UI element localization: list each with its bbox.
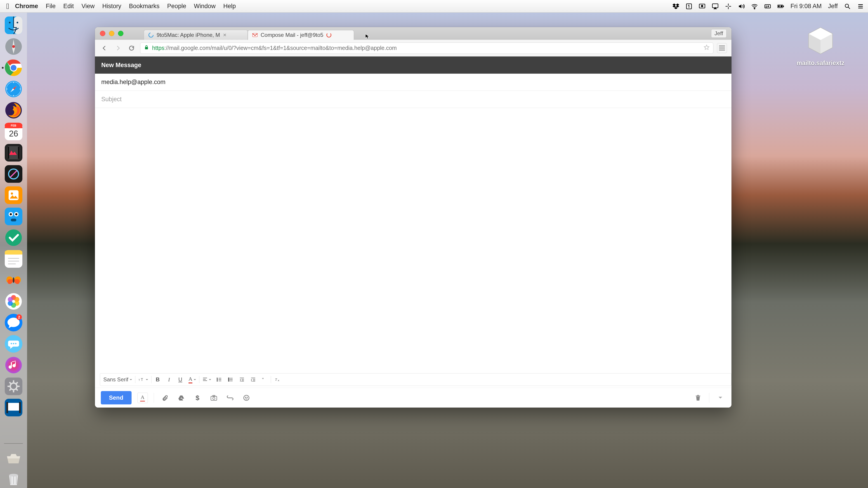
battery-icon[interactable]	[777, 3, 784, 10]
svg-point-69	[9, 474, 18, 477]
spotlight-icon[interactable]	[844, 3, 851, 10]
desktop-file-label: mailto.safariextz	[797, 60, 844, 67]
window-zoom-button[interactable]	[118, 31, 123, 36]
dock-messages2[interactable]	[4, 334, 23, 353]
address-bar[interactable]: https://mail.google.com/mail/u/0/?view=c…	[140, 42, 713, 54]
tab-9to5mac[interactable]: 9to5Mac: Apple iPhone, M ✕	[144, 30, 248, 40]
dock-napkin[interactable]	[4, 186, 23, 205]
screen-record-icon[interactable]	[699, 3, 706, 10]
bold-button[interactable]: B	[155, 376, 161, 384]
svg-point-42	[5, 229, 22, 246]
loading-stop-icon[interactable]	[326, 32, 332, 38]
dock-itunes[interactable]	[4, 356, 23, 375]
desktop-file-safariextz[interactable]: mailto.safariextz	[786, 25, 855, 67]
chrome-toolbar: https://mail.google.com/mail/u/0/?view=c…	[95, 40, 732, 57]
menu-file[interactable]: File	[46, 3, 56, 10]
dock-final-cut[interactable]	[4, 143, 23, 162]
reload-button[interactable]	[127, 43, 136, 53]
discard-draft-button[interactable]	[693, 393, 703, 403]
back-button[interactable]	[99, 43, 110, 53]
insert-money-button[interactable]: $	[192, 393, 203, 403]
menu-view[interactable]: View	[81, 3, 94, 10]
svg-rect-67	[6, 402, 8, 413]
airplay-icon[interactable]	[712, 3, 719, 10]
format-toolbar: Sans Serif TT B I U A	[100, 373, 732, 386]
svg-point-70	[149, 33, 153, 37]
compose-body[interactable]	[95, 108, 732, 373]
dock-things[interactable]	[4, 228, 23, 247]
to-field[interactable]: media.help@apple.com	[95, 74, 732, 91]
dock-messages-app[interactable]: 2	[4, 313, 23, 332]
underline-button[interactable]: U	[177, 376, 184, 384]
one-icon[interactable]	[686, 3, 692, 10]
subject-placeholder: Subject	[101, 96, 122, 103]
dock-screenflow[interactable]	[4, 398, 23, 417]
svg-rect-62	[5, 378, 22, 395]
insert-link-button[interactable]	[225, 393, 235, 403]
menu-edit[interactable]: Edit	[63, 3, 74, 10]
menu-bookmarks[interactable]: Bookmarks	[129, 3, 160, 10]
align-button[interactable]	[203, 376, 211, 384]
volume-icon[interactable]	[738, 3, 745, 10]
dock-chrome[interactable]	[4, 58, 23, 77]
dock-butterfly[interactable]	[4, 271, 23, 290]
dock-downloads[interactable]	[4, 448, 23, 467]
quote-button[interactable]: "	[261, 376, 268, 384]
tab-compose-mail[interactable]: Compose Mail - jeff@9to5	[248, 30, 354, 40]
indent-less-button[interactable]	[239, 376, 245, 384]
menu-history[interactable]: History	[102, 3, 121, 10]
insert-drive-button[interactable]	[176, 393, 186, 403]
svg-point-79	[228, 379, 229, 380]
font-family-dropdown[interactable]: Sans Serif	[103, 376, 132, 384]
dropbox-icon[interactable]	[673, 3, 679, 10]
notification-center-icon[interactable]	[857, 3, 864, 10]
formatting-toggle-button[interactable]: A	[137, 393, 148, 403]
more-options-button[interactable]	[715, 393, 725, 403]
tab-close-icon[interactable]: ✕	[223, 33, 227, 37]
dock-photos[interactable]	[4, 292, 23, 311]
bookmark-star-icon[interactable]	[704, 44, 710, 52]
tab-title: Compose Mail - jeff@9to5	[260, 32, 323, 38]
text-color-button[interactable]: A	[188, 376, 196, 384]
text-input-icon[interactable]	[764, 3, 771, 10]
dock-launchpad[interactable]	[4, 37, 23, 56]
forward-button[interactable]	[113, 43, 123, 53]
insert-emoji-button[interactable]	[241, 393, 252, 403]
apple-menu-icon[interactable]: 	[6, 2, 9, 11]
svg-point-35	[11, 193, 13, 195]
remove-formatting-button[interactable]: T✕	[274, 376, 281, 384]
bullet-list-button[interactable]	[227, 376, 234, 384]
chrome-menu-button[interactable]	[717, 43, 727, 53]
dock-system-preferences[interactable]	[4, 377, 23, 396]
menu-help[interactable]: Help	[223, 3, 236, 10]
numbered-list-button[interactable]: 123	[216, 376, 222, 384]
dock-calendar[interactable]: FEB26	[4, 122, 23, 141]
dock-finder[interactable]	[4, 16, 23, 35]
attach-file-button[interactable]	[160, 393, 170, 403]
window-close-button[interactable]	[100, 31, 105, 36]
svg-text:": "	[262, 378, 264, 382]
insert-photo-button[interactable]	[209, 393, 219, 403]
menubar-clock[interactable]: Fri 9:08 AM	[790, 3, 822, 10]
subject-field[interactable]: Subject	[95, 91, 732, 108]
svg-point-89	[247, 397, 247, 397]
dock-notes[interactable]	[4, 250, 23, 268]
wifi-icon[interactable]	[751, 3, 758, 10]
dock-tweetbot[interactable]	[4, 207, 23, 226]
dock-firefox[interactable]	[4, 101, 23, 120]
dock-trash[interactable]	[4, 469, 23, 488]
svg-point-46	[13, 278, 14, 283]
dock-safari[interactable]	[4, 79, 23, 98]
italic-button[interactable]: I	[166, 376, 172, 384]
menubar-user[interactable]: Jeff	[828, 3, 838, 10]
menu-people[interactable]: People	[167, 3, 186, 10]
indent-more-button[interactable]	[250, 376, 256, 384]
send-button[interactable]: Send	[101, 391, 131, 404]
window-minimize-button[interactable]	[109, 31, 114, 36]
active-app-name[interactable]: Chrome	[15, 3, 38, 10]
sync-icon[interactable]	[725, 3, 732, 10]
menu-window[interactable]: Window	[194, 3, 216, 10]
chrome-profile-badge[interactable]: Jeff	[711, 29, 726, 38]
dock-pixelmator[interactable]	[4, 164, 23, 184]
font-size-dropdown[interactable]: TT	[138, 376, 148, 384]
